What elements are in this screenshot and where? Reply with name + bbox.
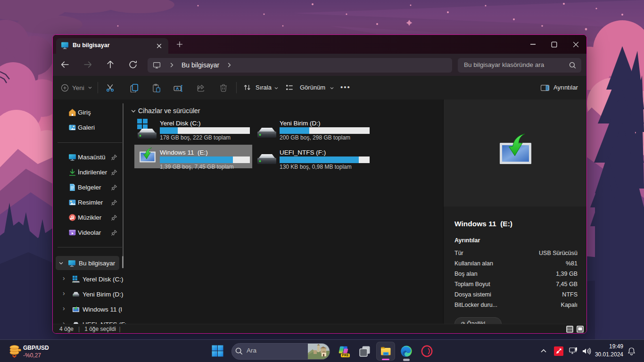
svg-text:A: A bbox=[176, 86, 179, 91]
